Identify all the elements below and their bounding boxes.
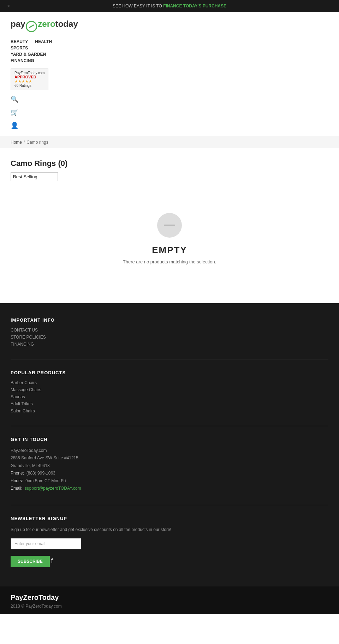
facebook-icon[interactable]: f [51, 557, 53, 565]
nav-item-financing[interactable]: FINANCING [11, 58, 34, 63]
nav-row-1: BEAUTY HEALTH [11, 39, 328, 44]
nav-item-sports[interactable]: SPORTS [11, 46, 28, 50]
footer-important-info: IMPORTANT INFO CONTACT US STORE POLICIES… [11, 317, 328, 347]
search-icon[interactable]: 🔍 [11, 95, 19, 103]
footer-get-in-touch-heading: GET IN TOUCH [11, 437, 328, 442]
header-icons: 🔍 🛒 👤 [11, 95, 328, 129]
sort-select[interactable]: Best Selling Price: Low to High Price: H… [11, 172, 58, 181]
footer-link-contact[interactable]: CONTACT US [11, 328, 328, 333]
footer-divider-1 [11, 359, 328, 359]
footer-get-in-touch: GET IN TOUCH PayZeroToday.com 2885 Sanfo… [11, 437, 328, 493]
footer-link-massage-chairs[interactable]: Massage Chairs [11, 387, 328, 392]
footer-link-barber-chairs[interactable]: Barber Chairs [11, 380, 328, 385]
footer-link-salon-chairs[interactable]: Salon Chairs [11, 409, 328, 413]
nav-item-yard-garden[interactable]: YARD & GARDEN [11, 52, 46, 57]
footer-copyright: 2018 © PayZeroToday.com [11, 604, 328, 609]
header: payzerotoday BEAUTY HEALTH SPORTS YARD &… [0, 12, 339, 136]
footer-brand: PayZeroToday [11, 594, 328, 602]
badge-stars: ★★★★★ [14, 79, 44, 84]
nav-item-beauty[interactable]: BEAUTY [11, 39, 28, 44]
logo-circle-icon [26, 21, 37, 32]
breadcrumb-separator: / [24, 140, 25, 145]
empty-icon [157, 213, 182, 238]
newsletter-email-input[interactable] [11, 538, 81, 549]
footer-phone: Phone: (888) 999-1063 [11, 470, 328, 477]
footer-link-adult-trikes[interactable]: Adult Trikes [11, 401, 328, 406]
breadcrumb: Home / Camo rings [0, 136, 339, 148]
footer-popular-products: POPULAR PRODUCTS Barber Chairs Massage C… [11, 370, 328, 413]
footer-important-info-heading: IMPORTANT INFO [11, 317, 328, 323]
footer-newsletter-desc: Sign up for our newsletter and get exclu… [11, 526, 328, 533]
user-icon[interactable]: 👤 [11, 121, 19, 129]
nav-row-2: SPORTS [11, 46, 328, 50]
main-nav: BEAUTY HEALTH SPORTS YARD & GARDEN FINAN… [11, 39, 328, 63]
footer-newsletter-heading: NEWSLETTER SIGNUP [11, 516, 328, 521]
footer-divider-3 [11, 505, 328, 505]
footer-email: Email: support@payzeroTODAY.com [11, 485, 328, 493]
footer-address1: 2885 Sanford Ave SW Suite #41215 [11, 454, 328, 462]
footer-hours-value: 9am-5pm CT Mon-Fri [25, 478, 66, 483]
logo[interactable]: payzerotoday [11, 19, 328, 32]
page-title: Camo Rings (0) [11, 159, 328, 168]
badge-ratings: 60 Ratings [14, 84, 44, 88]
footer-address2: Grandville, MI 49418 [11, 462, 328, 470]
trust-badge[interactable]: PayZeroToday.com APPROVED ★★★★★ 60 Ratin… [11, 68, 48, 90]
empty-title: EMPTY [152, 245, 187, 256]
footer-email-label: Email: [11, 486, 22, 491]
footer-email-value[interactable]: support@payzeroTODAY.com [25, 486, 81, 491]
footer-hours: Hours: 9am-5pm CT Mon-Fri [11, 477, 328, 485]
footer: IMPORTANT INFO CONTACT US STORE POLICIES… [0, 303, 339, 587]
footer-phone-label: Phone: [11, 471, 24, 476]
empty-subtitle: There are no products matching the selec… [123, 259, 216, 264]
footer-popular-products-heading: POPULAR PRODUCTS [11, 370, 328, 375]
top-banner: × SEE HOW EASY IT IS TO FINANCE TODAY'S … [0, 0, 339, 12]
footer-hours-label: Hours: [11, 478, 23, 483]
nav-row-3: YARD & GARDEN [11, 52, 328, 57]
footer-link-store-policies[interactable]: STORE POLICIES [11, 335, 328, 340]
logo-text: payzerotoday [11, 19, 78, 32]
banner-link[interactable]: FINANCE TODAY'S PURCHASE [163, 4, 226, 8]
cart-icon[interactable]: 🛒 [11, 108, 19, 116]
sort-row: Best Selling Price: Low to High Price: H… [11, 172, 328, 181]
badge-approved: APPROVED [14, 75, 44, 79]
footer-bottom: PayZeroToday 2018 © PayZeroToday.com [0, 586, 339, 614]
nav-item-health[interactable]: HEALTH [35, 39, 52, 44]
nav-row-4: FINANCING [11, 58, 328, 63]
footer-divider-2 [11, 426, 328, 426]
footer-link-financing[interactable]: FINANCING [11, 342, 328, 347]
banner-text: SEE HOW EASY IT IS TO [113, 4, 163, 8]
main-content: Camo Rings (0) Best Selling Price: Low t… [0, 148, 339, 303]
footer-phone-value: (888) 999-1063 [26, 471, 55, 476]
subscribe-button[interactable]: SUBSCRIBE [11, 556, 50, 567]
close-banner-button[interactable]: × [7, 3, 10, 9]
empty-state: EMPTY There are no products matching the… [11, 192, 328, 293]
footer-newsletter: NEWSLETTER SIGNUP Sign up for our newsle… [11, 516, 328, 567]
footer-website: PayZeroToday.com [11, 447, 328, 455]
footer-link-saunas[interactable]: Saunas [11, 394, 328, 399]
breadcrumb-home[interactable]: Home [11, 140, 22, 145]
badge-site: PayZeroToday.com [14, 71, 44, 75]
badge-content: PayZeroToday.com APPROVED ★★★★★ 60 Ratin… [14, 71, 44, 88]
breadcrumb-current: Camo rings [26, 140, 48, 145]
